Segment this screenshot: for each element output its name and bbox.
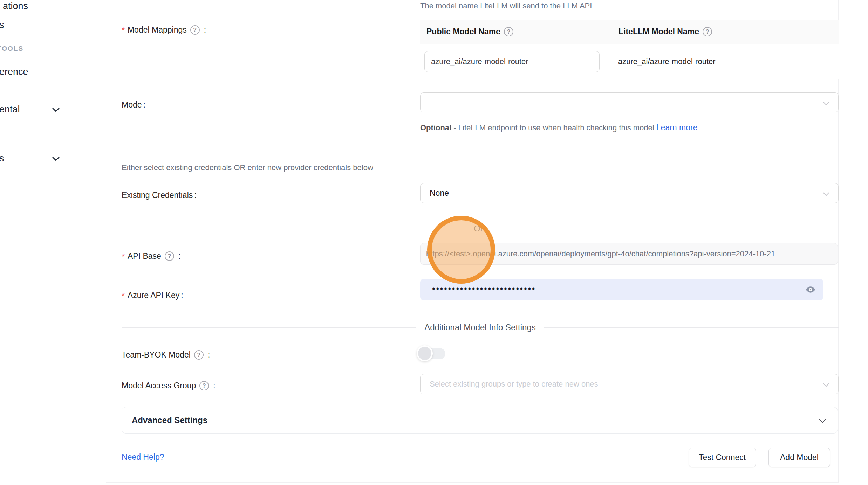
existing-credentials-label-text: Existing Credentials bbox=[122, 190, 193, 200]
model-name-help-text: The model name LiteLLM will send to the … bbox=[420, 1, 592, 11]
toggle-knob bbox=[417, 345, 433, 361]
help-question-icon[interactable]: ? bbox=[703, 27, 712, 36]
colon: : bbox=[208, 350, 210, 360]
sidebar-section-tools: TOOLS bbox=[0, 45, 23, 53]
litellm-model-name-cell: azure_ai/azure-model-router bbox=[612, 57, 839, 66]
model-mappings-table: Public Model Name ? LiteLLM Model Name ?… bbox=[420, 20, 839, 79]
sidebar-item-reference[interactable]: erence bbox=[0, 67, 28, 77]
additional-settings-divider-text: Additional Model Info Settings bbox=[416, 323, 544, 332]
colon: : bbox=[194, 190, 196, 200]
team-byok-label: Team-BYOK Model ? : bbox=[122, 350, 210, 360]
required-asterisk: * bbox=[122, 26, 125, 35]
model-access-group-placeholder: Select existing groups or type to create… bbox=[430, 380, 598, 389]
model-mappings-label-text: Model Mappings bbox=[128, 25, 187, 35]
sidebar-item-organizations[interactable]: ations bbox=[3, 1, 28, 12]
chevron-down-icon bbox=[823, 380, 829, 387]
colon: : bbox=[213, 381, 215, 390]
sidebar: ations s TOOLS erence ental s bbox=[0, 0, 104, 485]
help-question-icon[interactable]: ? bbox=[504, 27, 513, 36]
learn-more-link[interactable]: Learn more bbox=[656, 123, 698, 132]
or-divider: OR bbox=[122, 223, 839, 235]
sidebar-item[interactable]: s bbox=[0, 20, 4, 30]
model-access-group-label-text: Model Access Group bbox=[122, 381, 196, 390]
divider-line bbox=[122, 229, 465, 229]
mode-help-bold: Optional bbox=[420, 123, 451, 132]
or-divider-text: OR bbox=[465, 224, 495, 234]
colon: : bbox=[143, 100, 145, 110]
help-question-icon[interactable]: ? bbox=[190, 25, 200, 35]
masked-api-key-value: •••••••••••••••••••••••••• bbox=[432, 284, 536, 294]
divider-line bbox=[544, 327, 839, 328]
help-question-icon[interactable]: ? bbox=[165, 251, 174, 261]
azure-api-key-label-text: Azure API Key bbox=[128, 291, 179, 300]
colon: : bbox=[178, 251, 180, 261]
team-byok-label-text: Team-BYOK Model bbox=[122, 350, 191, 360]
existing-credentials-value: None bbox=[430, 188, 449, 198]
need-help-link[interactable]: Need Help? bbox=[122, 452, 164, 462]
table-header-row: Public Model Name ? LiteLLM Model Name ? bbox=[420, 20, 839, 44]
model-access-group-label: Model Access Group ? : bbox=[122, 381, 216, 390]
chevron-down-icon[interactable] bbox=[52, 154, 60, 161]
sidebar-item[interactable]: s bbox=[0, 153, 4, 164]
mode-select[interactable] bbox=[420, 92, 839, 112]
add-model-page: { "ui": { "asterisk": "*", "colon": ":",… bbox=[0, 0, 868, 485]
required-asterisk: * bbox=[122, 252, 125, 262]
column-header-public-model-name: Public Model Name ? bbox=[420, 20, 612, 44]
required-asterisk: * bbox=[122, 291, 125, 301]
colon: : bbox=[204, 25, 206, 35]
mode-label-text: Mode bbox=[122, 100, 142, 110]
column-header-label: Public Model Name bbox=[426, 27, 500, 36]
public-model-name-cell: azure_ai/azure-model-router bbox=[420, 51, 612, 72]
public-model-name-input[interactable]: azure_ai/azure-model-router bbox=[424, 51, 600, 72]
add-model-form: The model name LiteLLM will send to the … bbox=[106, 0, 839, 483]
existing-credentials-label: Existing Credentials : bbox=[122, 190, 197, 200]
colon: : bbox=[181, 291, 183, 300]
advanced-settings-panel[interactable]: Advanced Settings bbox=[122, 407, 838, 434]
azure-api-key-input[interactable]: •••••••••••••••••••••••••• bbox=[420, 279, 823, 300]
sidebar-item-experimental[interactable]: ental bbox=[0, 104, 20, 115]
model-access-group-select[interactable]: Select existing groups or type to create… bbox=[420, 374, 839, 394]
divider-line bbox=[122, 327, 416, 328]
credentials-note: Either select existing credentials OR en… bbox=[122, 163, 373, 172]
chevron-down-icon bbox=[823, 189, 829, 196]
column-header-label: LiteLLM Model Name bbox=[618, 27, 699, 36]
help-question-icon[interactable]: ? bbox=[199, 381, 209, 390]
advanced-settings-title: Advanced Settings bbox=[132, 415, 207, 425]
column-header-litellm-model-name: LiteLLM Model Name ? bbox=[612, 20, 839, 44]
help-question-icon[interactable]: ? bbox=[194, 350, 204, 360]
chevron-down-icon bbox=[823, 99, 829, 105]
additional-settings-divider: Additional Model Info Settings bbox=[122, 321, 839, 333]
chevron-down-icon bbox=[819, 416, 826, 423]
add-model-button[interactable]: Add Model bbox=[768, 448, 830, 467]
team-byok-toggle[interactable] bbox=[419, 348, 445, 359]
mode-label: Mode : bbox=[122, 100, 145, 110]
mode-help-body: - LiteLLM endpoint to use when health ch… bbox=[451, 123, 656, 132]
existing-credentials-select[interactable]: None bbox=[420, 183, 839, 203]
divider-line bbox=[495, 229, 839, 229]
api-base-input[interactable]: https://<test>.openai.azure.com/openai/d… bbox=[420, 243, 838, 265]
test-connect-button[interactable]: Test Connect bbox=[689, 448, 756, 467]
api-base-label: * API Base ? : bbox=[122, 251, 180, 261]
api-base-label-text: API Base bbox=[128, 251, 161, 261]
table-row: azure_ai/azure-model-router azure_ai/azu… bbox=[420, 44, 839, 79]
eye-icon[interactable] bbox=[805, 284, 816, 295]
chevron-down-icon[interactable] bbox=[52, 105, 60, 112]
model-mappings-label: * Model Mappings ? : bbox=[122, 25, 206, 35]
azure-api-key-label: * Azure API Key : bbox=[122, 291, 183, 300]
mode-help-text: Optional - LiteLLM endpoint to use when … bbox=[420, 120, 799, 135]
